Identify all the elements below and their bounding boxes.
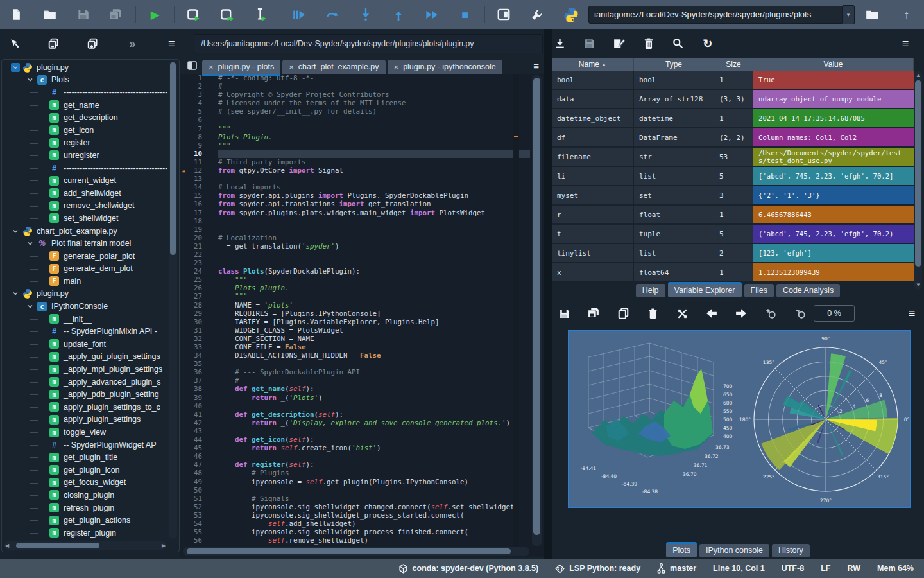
code-line[interactable]: 36 # --- SpyderDockablePlugin API bbox=[180, 368, 530, 376]
code-line[interactable]: 39 return _('Plots') bbox=[180, 394, 530, 402]
more-options-button[interactable]: » bbox=[123, 34, 142, 53]
variable-value[interactable]: ndarray object of numpy module bbox=[753, 90, 914, 109]
variable-row-bool[interactable]: boolbool1True bbox=[552, 71, 914, 90]
code-line[interactable]: 11# Third party imports bbox=[180, 158, 530, 166]
outline-item-get_plugin_icon[interactable]: mget_plugin_icon bbox=[2, 464, 167, 477]
variable-value[interactable]: 6.46567886443 bbox=[753, 206, 914, 225]
outline-item--spyderpluginwidget-ap[interactable]: #-- SpyderPluginWidget AP bbox=[2, 439, 167, 451]
code-line[interactable]: 10 bbox=[180, 150, 530, 158]
variable-explorer-scrollbar[interactable]: ▲ ▼ bbox=[914, 71, 922, 290]
code-line[interactable]: 21_ = get_translation('spyder') bbox=[180, 242, 530, 250]
save-data-as-button[interactable] bbox=[610, 34, 629, 53]
code-line[interactable]: 17from spyder.plugins.plots.widgets.main… bbox=[180, 209, 530, 217]
debug-step-over-button[interactable] bbox=[322, 4, 343, 26]
outline-item-get_description[interactable]: mget_description bbox=[2, 111, 167, 124]
outline-item-get_focus_widget[interactable]: mget_focus_widget bbox=[2, 477, 167, 489]
close-icon[interactable]: × bbox=[209, 62, 214, 72]
import-data-button[interactable] bbox=[551, 34, 570, 53]
outline-item-get_plugin_title[interactable]: mget_plugin_title bbox=[2, 451, 167, 464]
outline-item-_apply_pdb_plugin_setting[interactable]: m_apply_pdb_plugin_setting bbox=[2, 388, 167, 401]
save-plot-button[interactable] bbox=[554, 304, 574, 323]
previous-plot-button[interactable] bbox=[702, 304, 721, 323]
outline-item-__init__[interactable]: m__init__ bbox=[2, 313, 167, 326]
debug-continue-button[interactable] bbox=[422, 4, 442, 26]
column-header-name[interactable]: Name ▲ bbox=[552, 58, 634, 71]
code-line[interactable]: 31 WIDGET_CLASS = PlotsWidget bbox=[180, 326, 530, 335]
search-variable-button[interactable] bbox=[669, 34, 688, 53]
outline-item-plots[interactable]: cPlots bbox=[2, 74, 167, 87]
remove-all-plots-button[interactable] bbox=[672, 304, 692, 323]
close-icon[interactable]: × bbox=[394, 62, 399, 72]
outline-item-ipythonconsole[interactable]: cIPythonConsole bbox=[2, 300, 167, 313]
code-line[interactable]: 56 self.remove_shellwidget) bbox=[180, 536, 530, 545]
copy-plot-button[interactable] bbox=[613, 304, 633, 323]
outline-item-unregister[interactable]: munregister bbox=[2, 149, 167, 162]
variable-value[interactable]: ['abcd', 745, 2.23, 'efgh', 70.2] bbox=[753, 167, 914, 186]
chevron-down-icon[interactable] bbox=[11, 289, 20, 298]
outline-item-update_font[interactable]: mupdate_font bbox=[2, 338, 167, 351]
code-line[interactable]: 25 """ bbox=[180, 276, 530, 284]
column-header-value[interactable]: Value bbox=[753, 58, 914, 71]
code-line[interactable]: 9""" bbox=[180, 141, 530, 150]
editor-tab[interactable]: ×chart_plot_example.py bbox=[282, 60, 385, 74]
working-directory-dropdown[interactable]: ▾ bbox=[843, 5, 855, 24]
outline-item-chart_plot_example-py[interactable]: chart_plot_example.py bbox=[2, 225, 167, 238]
browse-directory-button[interactable] bbox=[861, 4, 883, 26]
code-line[interactable]: 50 bbox=[180, 486, 530, 495]
outline-item-_apply_gui_plugin_settings[interactable]: m_apply_gui_plugin_settings bbox=[2, 351, 167, 363]
plots-menu-button[interactable]: ≡ bbox=[902, 304, 921, 323]
editor-horizontal-scrollbar[interactable] bbox=[183, 547, 529, 556]
open-file-button[interactable] bbox=[40, 4, 60, 26]
editor-tab[interactable]: ×plugin.py - plots bbox=[202, 60, 280, 74]
outline-item--[interactable]: #---------------------------------------… bbox=[2, 162, 167, 175]
zoom-in-button[interactable] bbox=[761, 304, 780, 323]
code-line[interactable]: 33 CONF_FILE = False bbox=[180, 343, 530, 351]
code-line[interactable]: 3# Copyright © Spyder Project Contributo… bbox=[180, 91, 530, 99]
warning-marker[interactable] bbox=[514, 136, 518, 137]
variable-value[interactable]: {'2', '1', '3'} bbox=[753, 186, 914, 206]
code-line[interactable]: 46 bbox=[180, 452, 530, 460]
remove-plot-button[interactable] bbox=[643, 304, 662, 323]
code-line[interactable]: 26 Plots plugin. bbox=[180, 284, 530, 292]
code-line[interactable]: 43 bbox=[180, 427, 530, 435]
outline-item-register_plugin[interactable]: mregister_plugin bbox=[2, 527, 167, 539]
column-header-size[interactable]: Size bbox=[714, 58, 753, 71]
debug-file-button[interactable] bbox=[289, 4, 309, 26]
variable-value[interactable]: 1.1235123099439 bbox=[753, 263, 914, 283]
code-line[interactable]: 1# -*- coding: utf-8 -*- bbox=[180, 74, 530, 82]
code-line[interactable]: 7""" bbox=[180, 125, 530, 133]
code-line[interactable]: 16from spyder.api.translations import ge… bbox=[180, 200, 530, 208]
code-line[interactable]: 38 def get_name(self): bbox=[180, 385, 530, 393]
maximize-pane-button[interactable] bbox=[494, 4, 515, 26]
save-all-button[interactable] bbox=[106, 4, 126, 26]
save-button[interactable] bbox=[73, 4, 93, 26]
variable-value[interactable]: ('abcd', 745, 2.23, 'efgh', 70.2) bbox=[753, 225, 914, 244]
scroll-left-icon[interactable]: ◀ bbox=[3, 543, 11, 548]
run-cell-advance-button[interactable] bbox=[217, 4, 237, 26]
variable-row-tinylist[interactable]: tinylistlist2[123, 'efgh'] bbox=[552, 244, 914, 263]
outline-item-generate_dem_plot[interactable]: Fgenerate_dem_plot bbox=[2, 263, 167, 276]
outline-item-plugin-py[interactable]: plugin.py bbox=[2, 61, 167, 74]
variable-row-filename[interactable]: filenamestr53/Users/Documents/spyder/spy… bbox=[552, 148, 914, 167]
chevron-down-icon[interactable] bbox=[11, 63, 20, 72]
code-line[interactable]: 28 NAME = 'plots' bbox=[180, 301, 530, 310]
code-line[interactable]: 32 CONF_SECTION = NAME bbox=[180, 335, 530, 343]
outline-item-current_widget[interactable]: mcurrent_widget bbox=[2, 174, 167, 187]
tab-files[interactable]: Files bbox=[744, 284, 774, 297]
outline-item-remove_shellwidget[interactable]: mremove_shellwidget bbox=[2, 200, 167, 213]
tab-ipython-console[interactable]: IPython console bbox=[699, 544, 769, 557]
outline-item--spyderpluginmixin-api-[interactable]: #-- SpyderPluginMixin API - bbox=[2, 325, 167, 338]
scroll-right-icon[interactable]: ▶ bbox=[160, 543, 167, 548]
code-line[interactable]: 54 self.add_shellwidget) bbox=[180, 520, 530, 528]
code-line[interactable]: 4# Licensed under the terms of the MIT L… bbox=[180, 99, 530, 107]
tab-history[interactable]: History bbox=[772, 544, 810, 557]
variable-row-li[interactable]: lilist5['abcd', 745, 2.23, 'efgh', 70.2] bbox=[552, 167, 914, 186]
outline-item-_apply_advanced_plugin_s[interactable]: m_apply_advanced_plugin_s bbox=[2, 376, 167, 389]
code-line[interactable]: ▲12from qtpy.QtCore import Signal bbox=[180, 166, 530, 175]
variable-row-myset[interactable]: mysetset3{'2', '1', '3'} bbox=[552, 186, 914, 206]
run-file-button[interactable]: ▶ bbox=[145, 4, 166, 26]
code-line[interactable]: 37 # -----------------------------------… bbox=[180, 376, 530, 385]
vertical-splitter[interactable] bbox=[544, 29, 552, 559]
outline-item-register[interactable]: mregister bbox=[2, 137, 167, 150]
editor-tab[interactable]: ×plugin.py - ipythonconsole bbox=[388, 60, 502, 74]
